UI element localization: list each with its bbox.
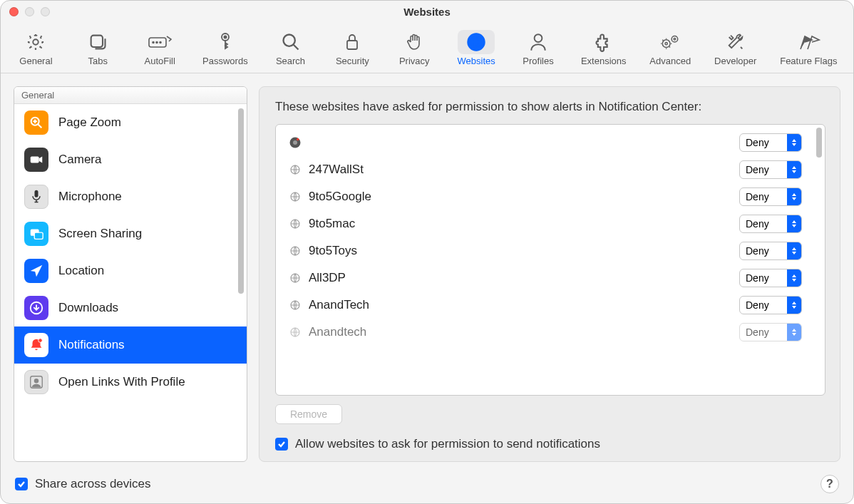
table-scrollbar-thumb[interactable]	[816, 128, 822, 158]
flags-icon	[790, 30, 827, 54]
remove-button[interactable]: Remove	[275, 404, 342, 424]
sidebar-item-microphone[interactable]: Microphone	[14, 178, 247, 215]
svg-point-22	[38, 339, 43, 343]
puzzle-icon	[585, 30, 622, 54]
site-row[interactable]: 9to5Toys Deny	[276, 237, 813, 264]
gear-icon	[17, 30, 54, 54]
sidebar-item-camera[interactable]: Camera	[14, 141, 247, 178]
main-panel: These websites have asked for permission…	[259, 86, 840, 462]
sidebar-list: Page Zoom Camera Microphone Screen Shari…	[14, 104, 247, 461]
toolbar-label: Tabs	[88, 56, 108, 66]
sidebar-item-notifications[interactable]: Notifications	[14, 326, 247, 364]
globe-favicon	[289, 272, 302, 284]
site-name: AnandTech	[309, 298, 732, 312]
toolbar-advanced[interactable]: Advanced	[644, 26, 696, 70]
permission-dropdown[interactable]: Deny	[739, 296, 802, 314]
profile-icon	[520, 30, 557, 54]
permission-dropdown[interactable]: Deny	[739, 269, 802, 287]
sidebar-scrollbar[interactable]	[238, 108, 244, 294]
sidebar-item-downloads[interactable]: Downloads	[14, 289, 247, 326]
svg-point-24	[34, 379, 38, 383]
dropdown-arrow-icon	[787, 242, 801, 259]
help-button[interactable]: ?	[820, 475, 839, 493]
permission-dropdown[interactable]: Deny	[739, 323, 802, 341]
sidebar-item-label: Open Links With Profile	[58, 375, 185, 389]
dropdown-arrow-icon	[787, 188, 801, 205]
allow-notifications-checkbox[interactable]	[275, 438, 288, 451]
share-across-devices-checkbox[interactable]	[15, 478, 28, 490]
sidebar-item-label: Location	[58, 264, 104, 278]
toolbar-search[interactable]: Search	[266, 26, 316, 70]
toolbar-label: Advanced	[649, 56, 691, 66]
site-row[interactable]: 247WallSt Deny	[276, 156, 813, 183]
svg-point-13	[665, 43, 667, 45]
share-across-devices-row: Share across devices	[15, 477, 151, 491]
titlebar: Websites	[1, 1, 853, 22]
globe-favicon	[289, 217, 302, 230]
svg-point-5	[160, 42, 161, 43]
svg-point-3	[153, 42, 154, 43]
toolbar-autofill[interactable]: AutoFill	[135, 26, 185, 70]
toolbar-tabs[interactable]: Tabs	[73, 26, 123, 70]
site-row[interactable]: Deny	[276, 129, 813, 156]
sidebar-item-label: Page Zoom	[58, 115, 121, 130]
toolbar-extensions[interactable]: Extensions	[575, 26, 632, 70]
sidebar-item-screen-sharing[interactable]: Screen Sharing	[14, 215, 247, 252]
site-row[interactable]: 9to5mac Deny	[276, 210, 813, 237]
key-icon	[207, 30, 244, 54]
site-row[interactable]: AnandTech Deny	[276, 292, 813, 319]
toolbar-developer[interactable]: Developer	[709, 26, 762, 70]
main-heading: These websites have asked for permission…	[275, 100, 825, 114]
share-across-devices-label: Share across devices	[35, 477, 151, 491]
dropdown-arrow-icon	[787, 215, 801, 232]
svg-rect-18	[35, 190, 38, 197]
screens-icon	[24, 222, 48, 246]
globe-favicon	[289, 163, 302, 176]
toolbar-privacy[interactable]: Privacy	[389, 26, 439, 70]
svg-rect-9	[347, 41, 357, 49]
toolbar-feature-flags[interactable]: Feature Flags	[774, 26, 843, 70]
toolbar-label: Feature Flags	[780, 56, 837, 66]
svg-point-15	[674, 38, 676, 40]
prefs-toolbar: General Tabs AutoFill Passwords Search S…	[1, 22, 853, 73]
search-icon	[272, 30, 309, 54]
gear-favicon	[289, 136, 302, 149]
sidebar-item-page-zoom[interactable]: Page Zoom	[14, 104, 247, 141]
permission-dropdown[interactable]: Deny	[739, 187, 802, 206]
table-scrollbar-track[interactable]	[813, 125, 825, 395]
globe-favicon	[289, 190, 302, 203]
category-sidebar: General Page Zoom Camera Microphone Scre…	[14, 86, 247, 462]
svg-rect-1	[91, 36, 103, 47]
sidebar-item-open-links[interactable]: Open Links With Profile	[14, 364, 247, 401]
toolbar-websites[interactable]: Websites	[451, 26, 501, 70]
toolbar-passwords[interactable]: Passwords	[197, 26, 254, 70]
toolbar-label: Security	[336, 56, 369, 66]
toolbar-profiles[interactable]: Profiles	[513, 26, 563, 70]
toolbar-security[interactable]: Security	[327, 26, 377, 70]
svg-point-27	[297, 138, 299, 140]
toolbar-label: Developer	[714, 56, 756, 66]
sidebar-item-label: Notifications	[58, 338, 125, 352]
sidebar-item-location[interactable]: Location	[14, 252, 247, 289]
site-list: Deny 247WallSt Deny 9to5Google Deny	[276, 125, 813, 395]
dropdown-arrow-icon	[787, 269, 801, 287]
toolbar-general[interactable]: General	[11, 26, 61, 70]
svg-point-8	[283, 35, 294, 46]
tabs-icon	[79, 30, 116, 54]
dropdown-arrow-icon	[787, 324, 801, 341]
permission-dropdown[interactable]: Deny	[739, 133, 802, 152]
site-row[interactable]: Anandtech Deny	[276, 319, 813, 346]
site-row[interactable]: 9to5Google Deny	[276, 183, 813, 210]
permission-dropdown[interactable]: Deny	[739, 215, 802, 233]
svg-point-11	[535, 34, 542, 42]
sidebar-item-label: Microphone	[58, 190, 122, 204]
allow-notifications-label: Allow websites to ask for permission to …	[295, 437, 600, 451]
permission-dropdown[interactable]: Deny	[739, 242, 802, 260]
profile-icon	[24, 370, 48, 394]
site-row[interactable]: All3DP Deny	[276, 264, 813, 292]
permission-dropdown[interactable]: Deny	[739, 160, 802, 179]
camera-icon	[24, 148, 48, 172]
svg-point-12	[663, 40, 671, 48]
toolbar-label: General	[19, 56, 52, 66]
svg-point-4	[156, 42, 158, 43]
